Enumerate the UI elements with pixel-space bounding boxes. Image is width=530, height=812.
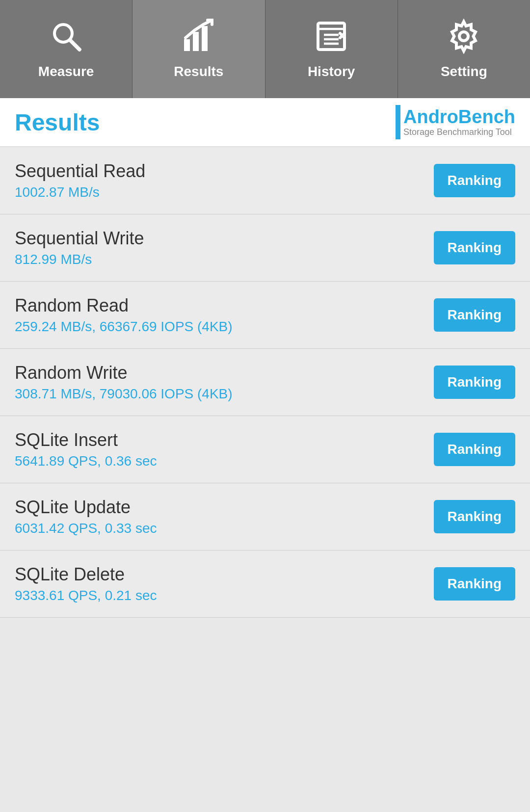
header: Results AndroBench Storage Benchmarking …: [0, 98, 530, 147]
result-value: 5641.89 QPS, 0.36 sec: [15, 453, 157, 469]
result-row: Sequential Read1002.87 MB/sRanking: [0, 147, 530, 214]
logo-subtitle: Storage Benchmarking Tool: [403, 128, 515, 137]
ranking-button[interactable]: Ranking: [434, 500, 515, 533]
result-row: SQLite Insert5641.89 QPS, 0.36 secRankin…: [0, 416, 530, 483]
result-value: 6031.42 QPS, 0.33 sec: [15, 521, 157, 536]
tab-measure[interactable]: Measure: [0, 0, 132, 98]
logo-bar-accent: [396, 105, 400, 139]
measure-icon: [49, 19, 84, 59]
result-value: 308.71 MB/s, 79030.06 IOPS (4KB): [15, 386, 233, 402]
results-icon: [181, 19, 216, 59]
tab-bar: Measure Results Histor: [0, 0, 530, 98]
logo-name-part1: Andro: [403, 106, 458, 127]
result-info: Sequential Write812.99 MB/s: [15, 228, 144, 267]
results-list: Sequential Read1002.87 MB/sRankingSequen…: [0, 147, 530, 618]
ranking-button[interactable]: Ranking: [434, 298, 515, 332]
svg-rect-3: [193, 32, 199, 51]
result-name: Random Write: [15, 363, 233, 383]
tab-history[interactable]: History: [265, 0, 398, 98]
result-name: Sequential Write: [15, 228, 144, 249]
ranking-button[interactable]: Ranking: [434, 164, 515, 197]
result-value: 9333.61 QPS, 0.21 sec: [15, 588, 157, 603]
result-value: 812.99 MB/s: [15, 252, 144, 267]
tab-setting-label: Setting: [441, 64, 487, 79]
result-value: 259.24 MB/s, 66367.69 IOPS (4KB): [15, 319, 233, 335]
result-info: SQLite Update6031.42 QPS, 0.33 sec: [15, 497, 157, 536]
result-row: Sequential Write812.99 MB/sRanking: [0, 214, 530, 282]
result-name: SQLite Update: [15, 497, 157, 518]
result-name: SQLite Delete: [15, 564, 157, 585]
svg-point-12: [459, 32, 468, 41]
result-row: SQLite Delete9333.61 QPS, 0.21 secRankin…: [0, 550, 530, 618]
result-name: Sequential Read: [15, 161, 145, 182]
ranking-button[interactable]: Ranking: [434, 433, 515, 466]
app-logo: AndroBench Storage Benchmarking Tool: [396, 105, 515, 139]
tab-setting[interactable]: Setting: [398, 0, 530, 98]
svg-line-1: [70, 40, 80, 50]
logo-name-part2: Bench: [458, 106, 515, 127]
svg-rect-4: [202, 26, 208, 51]
tab-results[interactable]: Results: [132, 0, 265, 98]
page-title: Results: [15, 109, 100, 136]
logo-text: AndroBench Storage Benchmarking Tool: [403, 107, 515, 137]
result-info: SQLite Insert5641.89 QPS, 0.36 sec: [15, 430, 157, 469]
result-value: 1002.87 MB/s: [15, 184, 145, 200]
logo-name: AndroBench: [403, 107, 515, 128]
ranking-button[interactable]: Ranking: [434, 231, 515, 264]
setting-icon: [446, 19, 481, 59]
tab-measure-label: Measure: [38, 64, 94, 79]
ranking-button[interactable]: Ranking: [434, 567, 515, 601]
result-row: SQLite Update6031.42 QPS, 0.33 secRankin…: [0, 483, 530, 550]
history-icon: [314, 19, 349, 59]
result-info: Sequential Read1002.87 MB/s: [15, 161, 145, 200]
result-name: SQLite Insert: [15, 430, 157, 450]
result-row: Random Read259.24 MB/s, 66367.69 IOPS (4…: [0, 282, 530, 349]
result-info: SQLite Delete9333.61 QPS, 0.21 sec: [15, 564, 157, 603]
tab-results-label: Results: [174, 64, 223, 79]
svg-rect-2: [184, 39, 190, 51]
result-name: Random Read: [15, 295, 233, 316]
result-info: Random Read259.24 MB/s, 66367.69 IOPS (4…: [15, 295, 233, 335]
tab-history-label: History: [308, 64, 355, 79]
result-row: Random Write308.71 MB/s, 79030.06 IOPS (…: [0, 349, 530, 416]
result-info: Random Write308.71 MB/s, 79030.06 IOPS (…: [15, 363, 233, 402]
ranking-button[interactable]: Ranking: [434, 366, 515, 399]
